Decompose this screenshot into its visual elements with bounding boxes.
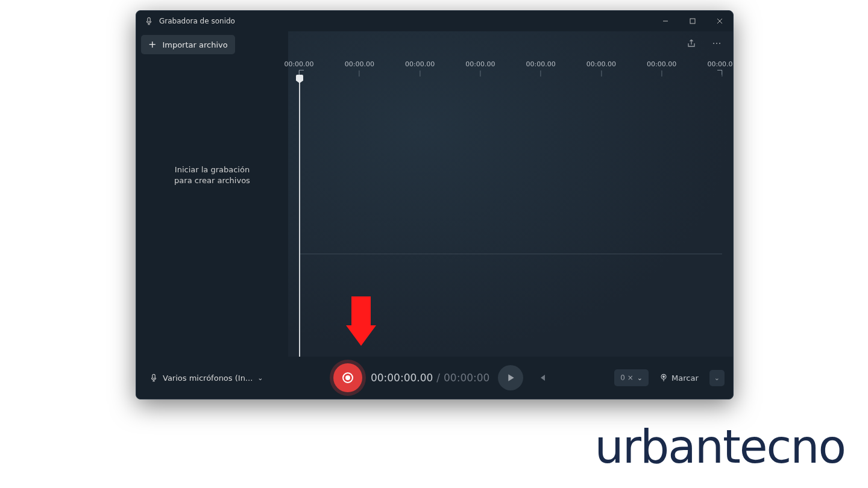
chevron-down-icon: ⌄: [714, 374, 720, 382]
record-icon: [342, 372, 353, 383]
marker-button[interactable]: Marcar: [653, 369, 705, 387]
svg-rect-5: [153, 374, 155, 378]
speed-selector[interactable]: 0 × ⌄: [614, 369, 649, 386]
svg-point-3: [716, 43, 717, 44]
window-body: + Importar archivo Iniciar la grabación …: [136, 31, 733, 357]
ruler-tick-label: 00:00.00: [284, 60, 313, 68]
ruler-tick-label: 00:00.00: [587, 60, 616, 68]
ruler-tick: 00:00.00: [345, 60, 374, 77]
ruler-tick: 00:00.00: [526, 60, 556, 77]
ruler-tick: 00:00.00: [284, 60, 313, 77]
main-toolbar: [288, 31, 733, 55]
ruler-tick-label: 00:00.00: [465, 60, 495, 68]
ruler-tick-label: 00:00.00: [345, 60, 374, 68]
maximize-button[interactable]: [679, 11, 706, 31]
svg-point-4: [719, 43, 720, 44]
svg-point-7: [663, 376, 665, 378]
share-button[interactable]: [681, 33, 702, 54]
annotation-arrow: [346, 296, 376, 349]
right-controls: 0 × ⌄ Marcar ⌄: [614, 369, 725, 387]
main-area: 00:00.0000:00.0000:00.0000:00.0000:00.00…: [288, 31, 733, 357]
sidebar: + Importar archivo Iniciar la grabación …: [136, 31, 288, 357]
skip-back-button[interactable]: [532, 368, 552, 388]
ruler-tick: 00:00.00: [587, 60, 616, 77]
sidebar-empty-state: Iniciar la grabación para crear archivos: [141, 10, 283, 353]
ruler-tick-label: 00:00.00: [526, 60, 556, 68]
microphone-label: Varios micrófonos (In...: [163, 374, 253, 383]
time-display: 00:00:00.00 / 00:00:00: [371, 372, 489, 384]
microphone-icon: [149, 374, 158, 382]
playhead[interactable]: [299, 77, 300, 357]
time-current: 00:00:00.00: [371, 372, 433, 384]
time-total: 00:00:00: [444, 372, 489, 384]
marker-label: Marcar: [671, 374, 699, 383]
ruler-tick: 00:00.00: [647, 60, 676, 77]
waveform-baseline: [299, 254, 722, 254]
ruler-tick: 00:00.00: [405, 60, 435, 77]
svg-rect-1: [690, 19, 695, 23]
marker-options-button[interactable]: ⌄: [709, 370, 725, 386]
chevron-down-icon: ⌄: [637, 374, 643, 382]
ruler-tick-label: 00:00.00: [647, 60, 676, 68]
ruler-tick-label: 00:00.00: [707, 60, 734, 68]
playback-controls: 00:00:00.00 / 00:00:00: [277, 363, 608, 392]
timeline-ruler[interactable]: 00:00.0000:00.0000:00.0000:00.0000:00.00…: [288, 55, 733, 86]
skip-back-icon: [538, 374, 546, 382]
minimize-button[interactable]: [652, 11, 679, 31]
play-icon: [507, 374, 515, 382]
ruler-tick: 00:00.00: [465, 60, 495, 77]
ruler-tick-label: 00:00.00: [405, 60, 435, 68]
chevron-down-icon: ⌄: [257, 374, 263, 382]
watermark: urbantecno: [595, 424, 845, 470]
bottom-bar: Varios micrófonos (In... ⌄ 00:00:00.00 /…: [136, 357, 733, 399]
more-button[interactable]: [706, 33, 727, 54]
record-button[interactable]: [333, 363, 362, 392]
speed-label: 0 ×: [620, 374, 634, 382]
waveform-area[interactable]: [299, 86, 722, 357]
app-window: Grabadora de sonido + Importar archivo I: [136, 10, 734, 399]
svg-point-2: [713, 43, 714, 44]
ruler-tick: 00:00.00: [707, 60, 734, 77]
close-button[interactable]: [706, 11, 733, 31]
play-button[interactable]: [498, 365, 523, 390]
microphone-selector[interactable]: Varios micrófonos (In... ⌄: [145, 370, 271, 386]
marker-icon: [659, 374, 668, 382]
